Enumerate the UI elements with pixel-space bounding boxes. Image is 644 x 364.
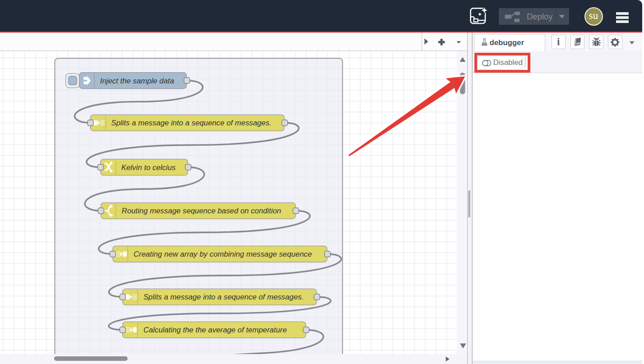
svg-text:Splits a message into a sequen: Splits a message into a sequence of mess… bbox=[143, 293, 304, 301]
svg-text:Creating new array by combinin: Creating new array by combining message … bbox=[133, 250, 312, 258]
svg-text:Kelvin to celcius: Kelvin to celcius bbox=[121, 163, 176, 172]
svg-text:Routing message sequence based: Routing message sequence based on condit… bbox=[122, 207, 281, 215]
svg-text:Calculating the the average of: Calculating the the average of temperatu… bbox=[143, 326, 287, 334]
svg-text:Splits a message into a sequen: Splits a message into a sequence of mess… bbox=[111, 119, 271, 127]
svg-text:Inject the sample data: Inject the sample data bbox=[100, 77, 174, 85]
